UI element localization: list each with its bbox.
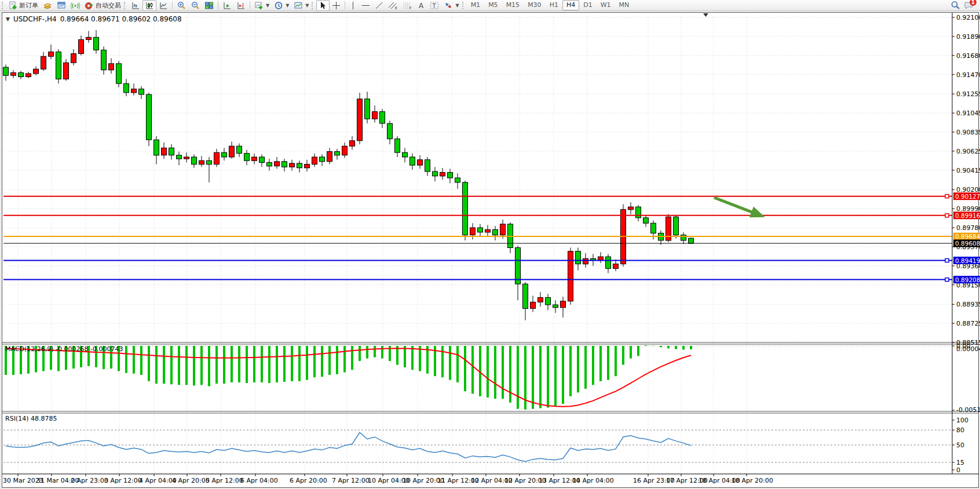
toolbar: 新订单 自动交易 ▼ (0, 0, 980, 11)
new-chart-button[interactable]: ▼ (252, 0, 272, 11)
candle (598, 257, 604, 260)
timeframe-button-MN[interactable]: MN (615, 0, 634, 10)
new-order-button[interactable]: 新订单 (6, 0, 41, 11)
timeframe-button-M15[interactable]: M15 (502, 0, 524, 10)
bar-chart-type-button[interactable] (129, 0, 142, 11)
timeframe-button-W1[interactable]: W1 (597, 0, 615, 10)
candle (222, 152, 227, 157)
crosshair-tool-button[interactable] (330, 0, 343, 11)
signals-button[interactable] (68, 0, 82, 11)
svg-text:7 Apr 12:00: 7 Apr 12:00 (332, 477, 370, 484)
candle (613, 264, 619, 269)
candle (478, 228, 483, 232)
cursor-tool-button[interactable] (316, 0, 330, 11)
market-watch-button[interactable] (41, 0, 54, 11)
svg-text:15: 15 (956, 459, 964, 466)
candle (214, 152, 220, 164)
templates-button[interactable]: ▼ (291, 0, 311, 11)
svg-text:0.89780: 0.89780 (956, 224, 980, 232)
candle (207, 160, 212, 164)
candle (327, 152, 332, 162)
candle (433, 171, 438, 176)
horizontal-line-icon (361, 1, 370, 10)
chart-canvas[interactable]: 0.921000.918900.916800.914700.912550.910… (0, 0, 980, 489)
zoom-out-button[interactable] (188, 0, 202, 11)
timeframe-button-M5[interactable]: M5 (484, 0, 502, 10)
horizontal-level-lines[interactable] (3, 195, 952, 282)
candle (56, 52, 61, 79)
candle (64, 63, 69, 79)
equidistant-channel-icon: E (388, 1, 398, 10)
timeframe-button-M30[interactable]: M30 (524, 0, 546, 10)
candle (184, 157, 189, 159)
text-tool-button[interactable]: A (415, 0, 427, 11)
timeframe-button-H4[interactable]: H4 (562, 0, 579, 10)
svg-text:0.91680: 0.91680 (956, 52, 980, 60)
vertical-line-tool-button[interactable] (347, 0, 359, 11)
candle (500, 224, 506, 235)
candle (139, 89, 144, 94)
data-window-button[interactable] (54, 0, 68, 11)
chart-shift-button[interactable] (234, 0, 248, 11)
toolbar-drag-handle[interactable] (312, 2, 315, 9)
trendline-tool-button[interactable] (372, 0, 386, 11)
candlestick-chart-type-button[interactable] (142, 0, 156, 11)
svg-text:0.91890: 0.91890 (956, 33, 980, 41)
candle (674, 217, 679, 235)
periods-button[interactable]: ▼ (272, 0, 291, 11)
toolbar-drag-handle[interactable] (462, 2, 465, 9)
chart-shift-marker[interactable] (703, 13, 708, 17)
candle (342, 146, 348, 155)
search-icon[interactable] (950, 1, 960, 10)
horizontal-line-tool-button[interactable] (359, 0, 372, 11)
candle (606, 257, 611, 268)
toolbar-drag-handle[interactable] (2, 2, 5, 9)
bar-chart-icon (131, 1, 140, 10)
notifications-button[interactable]: 1 (964, 1, 975, 10)
crosshair-icon (332, 1, 341, 10)
candle (154, 140, 159, 155)
candle (147, 94, 152, 140)
svg-text:0.89208: 0.89208 (955, 276, 980, 283)
candle (169, 148, 174, 155)
horizontal-gridlines (3, 17, 952, 342)
candle (312, 157, 317, 165)
candles-layer (3, 30, 694, 320)
price-axis: 0.921000.918900.916800.914700.912550.910… (952, 14, 980, 346)
candle (297, 163, 302, 168)
timeframe-button-D1[interactable]: D1 (579, 0, 596, 10)
candle (485, 229, 491, 232)
zoom-in-button[interactable] (174, 0, 188, 11)
vertical-line-icon (349, 1, 357, 10)
candle (124, 83, 129, 93)
auto-scroll-button[interactable] (220, 0, 234, 11)
timeframe-button-H1[interactable]: H1 (546, 0, 562, 10)
tile-windows-button[interactable] (202, 0, 216, 11)
fibonacci-tool-button[interactable]: F (400, 0, 415, 11)
timeframe-button-M1[interactable]: M1 (467, 0, 485, 10)
candle (3, 67, 9, 75)
one-click-trading-toggle-icon[interactable]: ▼ (6, 16, 10, 22)
candle (418, 160, 423, 165)
line-chart-type-button[interactable] (156, 0, 170, 11)
svg-text:0.91255: 0.91255 (956, 90, 980, 98)
candle (162, 148, 167, 155)
algo-trading-button[interactable]: 自动交易 (82, 0, 123, 11)
candle (636, 207, 641, 218)
tile-windows-icon (204, 1, 214, 10)
svg-text:0.92100: 0.92100 (956, 14, 980, 21)
toolbar-drag-handle[interactable] (124, 2, 127, 9)
signal-waves-icon (71, 1, 80, 10)
arrows-tool-button[interactable]: ▼ (441, 0, 461, 11)
svg-text:0: 0 (956, 466, 960, 474)
trend-arrow-annotation[interactable] (714, 198, 762, 216)
candle (463, 183, 468, 235)
candle (651, 223, 656, 233)
candle (350, 141, 355, 146)
text-label-tool-button[interactable]: T (427, 0, 441, 11)
candle (410, 157, 415, 165)
rsi-pane (3, 430, 952, 462)
channel-tool-button[interactable]: E (386, 0, 400, 11)
candle (199, 160, 204, 164)
macd-axis: 0.0000490.00-0.005106 (952, 342, 980, 414)
